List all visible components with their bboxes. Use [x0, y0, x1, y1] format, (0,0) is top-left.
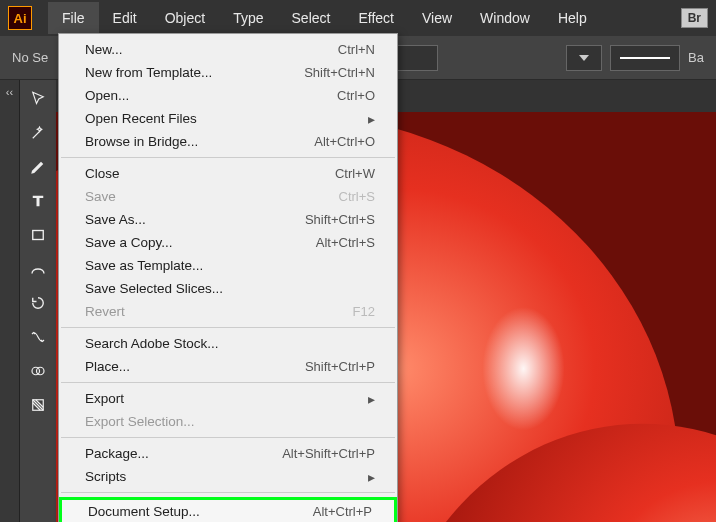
toolbox	[20, 80, 56, 522]
menu-item-label: New from Template...	[85, 65, 212, 80]
file-menu-save-as-template[interactable]: Save as Template...	[59, 254, 397, 277]
menu-effect[interactable]: Effect	[344, 2, 408, 34]
menu-item-label: New...	[85, 42, 123, 57]
menu-item-shortcut: Alt+Ctrl+P	[313, 504, 372, 519]
no-selection-label: No Se	[12, 50, 48, 65]
menu-item-shortcut: Ctrl+S	[339, 189, 375, 204]
menu-item-shortcut: F12	[353, 304, 375, 319]
file-menu-open[interactable]: Open...Ctrl+O	[59, 84, 397, 107]
bridge-badge[interactable]: Br	[681, 8, 708, 28]
menu-item-label: Open Recent Files	[85, 111, 197, 126]
file-menu-export[interactable]: Export	[59, 387, 397, 410]
menu-item-shortcut: Alt+Ctrl+O	[314, 134, 375, 149]
chevron-down-icon	[579, 55, 589, 61]
menu-item-label: Save As...	[85, 212, 146, 227]
options-trailing: Ba	[688, 50, 704, 65]
file-menu-scripts[interactable]: Scripts	[59, 465, 397, 488]
menu-item-label: Package...	[85, 446, 149, 461]
menu-separator	[61, 382, 395, 383]
menu-item-label: Document Setup...	[88, 504, 200, 519]
file-menu-place[interactable]: Place...Shift+Ctrl+P	[59, 355, 397, 378]
menu-item-label: Export	[85, 391, 124, 406]
file-menu-save-as[interactable]: Save As...Shift+Ctrl+S	[59, 208, 397, 231]
menu-select[interactable]: Select	[278, 2, 345, 34]
menu-item-shortcut: Alt+Ctrl+S	[316, 235, 375, 250]
svg-rect-0	[33, 231, 44, 240]
menu-item-shortcut: Alt+Shift+Ctrl+P	[282, 446, 375, 461]
width-tool[interactable]	[20, 320, 56, 354]
file-menu-export-selection: Export Selection...	[59, 410, 397, 433]
curvature-tool[interactable]	[20, 252, 56, 286]
file-menu-save: SaveCtrl+S	[59, 185, 397, 208]
menu-file[interactable]: File	[48, 2, 99, 34]
menu-item-label: Save Selected Slices...	[85, 281, 223, 296]
file-menu-new-from-template[interactable]: New from Template...Shift+Ctrl+N	[59, 61, 397, 84]
svg-point-8	[465, 281, 582, 457]
menu-item-label: Browse in Bridge...	[85, 134, 198, 149]
pen-tool[interactable]	[20, 150, 56, 184]
menu-object[interactable]: Object	[151, 2, 219, 34]
menu-item-shortcut: Ctrl+N	[338, 42, 375, 57]
panel-collapse-toggle[interactable]: ‹‹	[0, 80, 20, 522]
file-menu-browse-in-bridge[interactable]: Browse in Bridge...Alt+Ctrl+O	[59, 130, 397, 153]
menu-window[interactable]: Window	[466, 2, 544, 34]
stroke-profile-dropdown[interactable]	[566, 45, 602, 71]
menu-separator	[61, 327, 395, 328]
file-menu-open-recent-files[interactable]: Open Recent Files	[59, 107, 397, 130]
menu-help[interactable]: Help	[544, 2, 601, 34]
type-tool[interactable]	[20, 184, 56, 218]
shape-builder-tool[interactable]	[20, 354, 56, 388]
file-menu-new[interactable]: New...Ctrl+N	[59, 38, 397, 61]
menu-item-label: Close	[85, 166, 120, 181]
file-menu-document-setup[interactable]: Document Setup...Alt+Ctrl+P	[59, 497, 397, 522]
menu-item-label: Open...	[85, 88, 129, 103]
rectangle-tool[interactable]	[20, 218, 56, 252]
selection-tool[interactable]	[20, 82, 56, 116]
menu-type[interactable]: Type	[219, 2, 277, 34]
menu-item-label: Scripts	[85, 469, 126, 484]
menu-item-label: Save a Copy...	[85, 235, 173, 250]
file-menu-save-selected-slices[interactable]: Save Selected Slices...	[59, 277, 397, 300]
menu-edit[interactable]: Edit	[99, 2, 151, 34]
menu-separator	[61, 157, 395, 158]
file-menu-dropdown: New...Ctrl+NNew from Template...Shift+Ct…	[58, 33, 398, 522]
menu-item-shortcut: Ctrl+O	[337, 88, 375, 103]
svg-point-2	[37, 367, 45, 375]
file-menu-save-a-copy[interactable]: Save a Copy...Alt+Ctrl+S	[59, 231, 397, 254]
menu-separator	[61, 492, 395, 493]
menu-item-label: Search Adobe Stock...	[85, 336, 219, 351]
menu-item-shortcut: Shift+Ctrl+P	[305, 359, 375, 374]
gradient-tool[interactable]	[20, 388, 56, 422]
menu-separator	[61, 437, 395, 438]
menu-item-label: Revert	[85, 304, 125, 319]
menu-item-label: Save as Template...	[85, 258, 203, 273]
menu-item-label: Export Selection...	[85, 414, 195, 429]
app-logo: Ai	[8, 6, 32, 30]
rotate-tool[interactable]	[20, 286, 56, 320]
magic-wand-tool[interactable]	[20, 116, 56, 150]
file-menu-package[interactable]: Package...Alt+Shift+Ctrl+P	[59, 442, 397, 465]
menu-item-label: Place...	[85, 359, 130, 374]
file-menu-close[interactable]: CloseCtrl+W	[59, 162, 397, 185]
file-menu-revert: RevertF12	[59, 300, 397, 323]
menu-item-shortcut: Shift+Ctrl+S	[305, 212, 375, 227]
menu-item-label: Save	[85, 189, 116, 204]
menu-view[interactable]: View	[408, 2, 466, 34]
file-menu-search-adobe-stock[interactable]: Search Adobe Stock...	[59, 332, 397, 355]
menu-item-shortcut: Ctrl+W	[335, 166, 375, 181]
menu-bar: Ai FileEditObjectTypeSelectEffectViewWin…	[0, 0, 716, 36]
brush-preview[interactable]	[610, 45, 680, 71]
menu-item-shortcut: Shift+Ctrl+N	[304, 65, 375, 80]
